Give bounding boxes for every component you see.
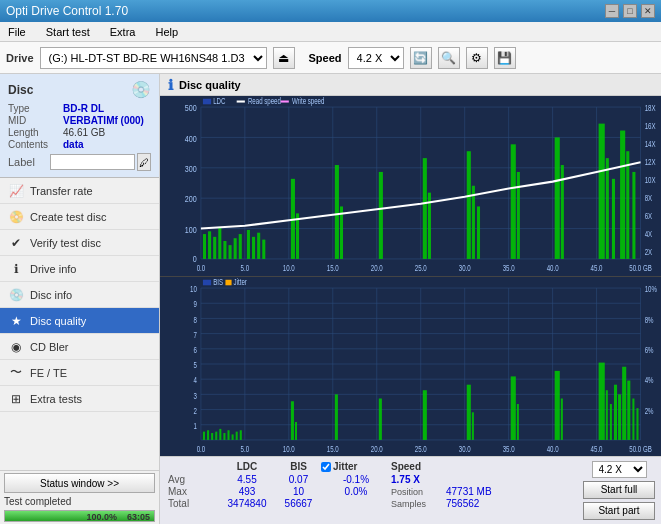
- svg-text:1: 1: [193, 420, 196, 430]
- progress-bar: 100.0% 63:05: [4, 510, 155, 522]
- svg-rect-114: [240, 430, 242, 440]
- nav-fe-te[interactable]: 〜 FE / TE: [0, 360, 159, 386]
- svg-rect-123: [517, 404, 519, 440]
- nav-cd-bler[interactable]: ◉ CD Bler: [0, 334, 159, 360]
- minimize-button[interactable]: ─: [605, 4, 619, 18]
- disc-length-label: Length: [8, 127, 63, 138]
- settings-button[interactable]: ⚙: [466, 47, 488, 69]
- refresh-button[interactable]: 🔄: [410, 47, 432, 69]
- svg-rect-117: [335, 394, 338, 440]
- svg-rect-106: [207, 430, 209, 440]
- progress-text: 100.0% 63:05: [86, 511, 150, 523]
- speed-start-panel: 4.2 X 2.0 X 4.0 X Start full Start part: [577, 457, 661, 524]
- svg-text:BIS: BIS: [213, 277, 223, 287]
- disc-label-button[interactable]: 🖊: [137, 153, 151, 171]
- avg-bis: 0.07: [276, 474, 321, 485]
- nav-drive-info[interactable]: ℹ Drive info: [0, 256, 159, 282]
- svg-rect-40: [511, 144, 516, 259]
- svg-text:200: 200: [185, 193, 197, 204]
- svg-rect-42: [555, 137, 560, 259]
- avg-jitter: -0.1%: [321, 474, 391, 485]
- disc-section-label: Disc: [8, 83, 33, 97]
- status-window-button[interactable]: Status window >>: [4, 473, 155, 493]
- content-area: ℹ Disc quality: [160, 74, 661, 524]
- disc-label-input[interactable]: [50, 154, 135, 170]
- svg-text:35.0: 35.0: [503, 263, 515, 273]
- svg-text:10%: 10%: [645, 284, 658, 294]
- disc-type-row: Type BD-R DL: [8, 103, 151, 114]
- eject-button[interactable]: ⏏: [273, 47, 295, 69]
- start-speed-select[interactable]: 4.2 X 2.0 X 4.0 X: [592, 461, 647, 478]
- nav-transfer-rate[interactable]: 📈 Transfer rate: [0, 178, 159, 204]
- svg-text:8X: 8X: [645, 193, 653, 203]
- svg-rect-161: [203, 279, 211, 285]
- nav-extra-tests[interactable]: ⊞ Extra tests: [0, 386, 159, 412]
- scan-button[interactable]: 🔍: [438, 47, 460, 69]
- toolbar: Drive (G:) HL-DT-ST BD-RE WH16NS48 1.D3 …: [0, 42, 661, 74]
- svg-rect-76: [203, 99, 211, 105]
- fe-te-icon: 〜: [8, 365, 24, 381]
- svg-text:25.0: 25.0: [415, 444, 427, 454]
- nav-fe-te-label: FE / TE: [30, 367, 67, 379]
- speed-col-header: Speed: [391, 461, 446, 472]
- nav-disc-quality[interactable]: ★ Disc quality: [0, 308, 159, 334]
- bis-chart: 10 9 8 7 6 5 4 3 2 1 10% 8% 6% 4% 2%: [160, 277, 661, 457]
- disc-mid-row: MID VERBATIMf (000): [8, 115, 151, 126]
- menu-start-test[interactable]: Start test: [42, 24, 94, 40]
- nav-verify-test-disc[interactable]: ✔ Verify test disc: [0, 230, 159, 256]
- svg-text:5.0: 5.0: [241, 263, 250, 273]
- menu-help[interactable]: Help: [151, 24, 182, 40]
- svg-rect-34: [379, 172, 383, 259]
- start-full-button[interactable]: Start full: [583, 481, 655, 499]
- svg-text:8: 8: [193, 314, 196, 324]
- title-bar: Opti Drive Control 1.70 ─ □ ✕: [0, 0, 661, 22]
- menu-file[interactable]: File: [4, 24, 30, 40]
- svg-rect-124: [555, 370, 560, 439]
- svg-rect-29: [262, 240, 265, 259]
- svg-rect-105: [203, 431, 205, 439]
- avg-speed: 1.75 X: [391, 474, 446, 485]
- app-title: Opti Drive Control 1.70: [6, 4, 128, 18]
- disc-label-row: Label 🖊: [8, 153, 151, 171]
- disc-type-label: Type: [8, 103, 63, 114]
- nav-list: 📈 Transfer rate 📀 Create test disc ✔ Ver…: [0, 178, 159, 470]
- ldc-chart-svg: 500 400 300 200 100 0 18X 16X 14X 12X 10…: [160, 96, 661, 276]
- svg-text:35.0: 35.0: [503, 444, 515, 454]
- maximize-button[interactable]: □: [623, 4, 637, 18]
- svg-text:6%: 6%: [645, 344, 654, 354]
- svg-text:12X: 12X: [645, 157, 656, 167]
- max-bis: 10: [276, 486, 321, 497]
- start-part-button[interactable]: Start part: [583, 502, 655, 520]
- jitter-checkbox[interactable]: [321, 462, 331, 472]
- svg-text:20.0: 20.0: [371, 444, 383, 454]
- svg-text:0: 0: [193, 253, 197, 264]
- drive-label: Drive: [6, 52, 34, 64]
- disc-label-label: Label: [8, 156, 50, 168]
- speed-select[interactable]: 4.2 X: [348, 47, 404, 69]
- max-ldc: 493: [218, 486, 276, 497]
- nav-disc-info[interactable]: 💿 Disc info: [0, 282, 159, 308]
- svg-rect-125: [561, 398, 563, 439]
- svg-rect-82: [160, 277, 661, 457]
- svg-rect-22: [223, 241, 226, 259]
- stats-table: LDC BIS Jitter Speed Avg 4.55 0.07 -0.1%…: [160, 457, 577, 524]
- save-button[interactable]: 💾: [494, 47, 516, 69]
- nav-cd-bler-label: CD Bler: [30, 341, 69, 353]
- disc-quality-header-label: Disc quality: [179, 79, 241, 91]
- menu-extra[interactable]: Extra: [106, 24, 140, 40]
- total-bis: 56667: [276, 498, 321, 509]
- svg-rect-126: [599, 362, 605, 439]
- max-row: Max 493 10 0.0% Position 47731 MB: [168, 486, 569, 497]
- svg-rect-39: [477, 206, 480, 258]
- svg-rect-121: [472, 412, 474, 440]
- svg-text:45.0: 45.0: [591, 444, 603, 454]
- svg-rect-122: [511, 376, 516, 440]
- close-button[interactable]: ✕: [641, 4, 655, 18]
- nav-create-test-disc[interactable]: 📀 Create test disc: [0, 204, 159, 230]
- svg-rect-128: [610, 404, 612, 440]
- speed-label: Speed: [309, 52, 342, 64]
- drive-select[interactable]: (G:) HL-DT-ST BD-RE WH16NS48 1.D3: [40, 47, 267, 69]
- status-bar: Status window >> Test completed 100.0% 6…: [0, 470, 159, 524]
- total-label: Total: [168, 498, 218, 509]
- samples-label: Samples: [391, 499, 446, 509]
